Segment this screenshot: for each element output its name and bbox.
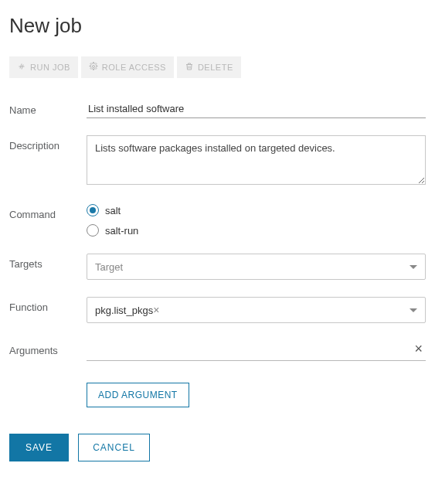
page-title: New job [9,14,426,38]
command-option-salt-label: salt [105,205,121,216]
command-radio-group: salt salt-run [87,204,426,237]
function-label: Function [9,297,87,313]
command-option-salt[interactable]: salt [87,204,426,216]
chevron-down-icon [410,265,417,269]
trash-icon [185,62,194,73]
name-input[interactable] [87,100,426,118]
save-button[interactable]: SAVE [9,434,69,461]
command-option-salt-run-label: salt-run [105,225,138,237]
name-label: Name [9,100,87,116]
chevron-down-icon [410,308,417,312]
radio-icon [87,224,99,237]
argument-input[interactable] [87,342,411,356]
targets-select[interactable]: Target [87,254,426,280]
role-access-button[interactable]: ROLE ACCESS [81,56,174,78]
clear-icon[interactable]: × [153,304,159,316]
run-job-button[interactable]: RUN JOB [9,56,78,78]
svg-point-0 [92,66,94,68]
role-access-label: ROLE ACCESS [102,63,166,72]
targets-label: Targets [9,254,87,270]
command-label: Command [9,204,87,220]
delete-label: DELETE [198,63,233,72]
command-option-salt-run[interactable]: salt-run [87,224,426,237]
targets-placeholder: Target [95,261,123,273]
add-argument-button[interactable]: ADD ARGUMENT [87,383,189,407]
run-job-label: RUN JOB [30,63,70,72]
role-icon [89,62,98,73]
run-icon [17,62,26,73]
remove-argument-icon[interactable]: × [411,342,426,356]
argument-row: × [87,340,426,361]
radio-icon [87,204,99,216]
description-textarea[interactable] [87,135,426,185]
description-label: Description [9,135,87,152]
function-select[interactable]: pkg.list_pkgs × [87,297,426,323]
arguments-label: Arguments [9,340,87,356]
toolbar: RUN JOB ROLE ACCESS DELETE [9,56,426,78]
form-footer: SAVE CANCEL [9,434,426,461]
cancel-button[interactable]: CANCEL [78,434,150,461]
delete-button[interactable]: DELETE [177,56,241,78]
function-value: pkg.list_pkgs [95,305,153,316]
